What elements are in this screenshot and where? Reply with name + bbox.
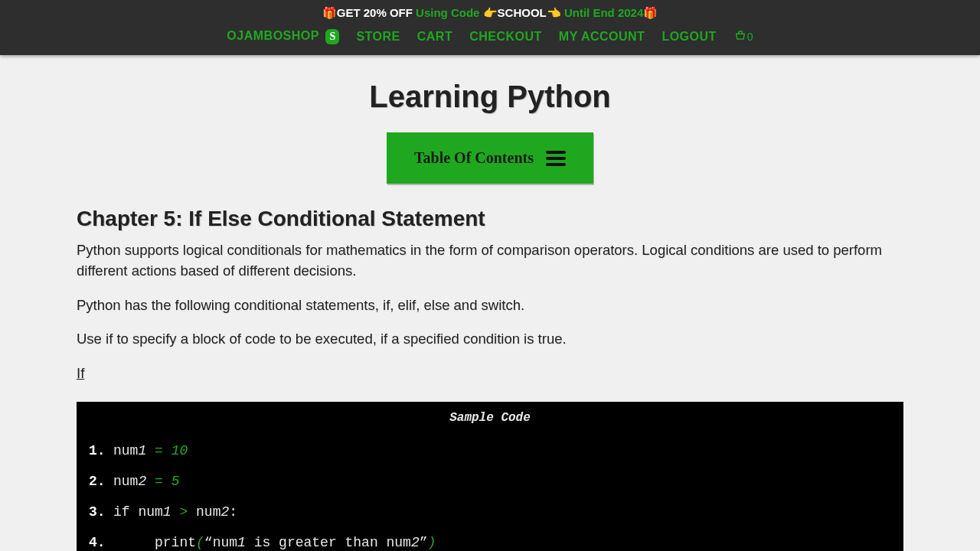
nav-checkout[interactable]: CHECKOUT (469, 30, 542, 44)
main-nav: OJAMBOSHOP S STORE CART CHECKOUT MY ACCO… (0, 23, 980, 55)
tok: 2 (411, 535, 420, 550)
tok: print (155, 535, 196, 550)
nav-my-account[interactable]: MY ACCOUNT (559, 30, 645, 44)
paragraph-3: Use if to specify a block of code to be … (77, 329, 903, 350)
code-line-number: 1. (89, 443, 113, 458)
promo-lead: GET 20% OFF (337, 6, 413, 19)
code-line-3: 3. if num1 > num2: (77, 497, 903, 527)
chapter-title: Chapter 5: If Else Conditional Statement (77, 207, 903, 231)
toc-label: Table Of Contents (414, 149, 534, 167)
code-line-1: 1. num1 = 10 (77, 435, 903, 466)
cart-icon (733, 30, 747, 44)
tok: num (113, 443, 138, 458)
tok: ( (196, 535, 204, 550)
toc-button[interactable]: Table Of Contents (387, 132, 593, 184)
tok: 10 (172, 443, 188, 458)
tok: = (146, 443, 171, 458)
tok: = (146, 474, 171, 489)
promo-mid: Using Code (413, 6, 483, 19)
tok: num (213, 535, 237, 550)
code-block: Sample Code 1. num1 = 10 2. num2 = 5 3. … (77, 402, 903, 551)
hand-left-icon: 👈 (547, 6, 561, 19)
tok: 1 (237, 535, 246, 550)
section-subhead-if: If (77, 365, 903, 382)
code-title: Sample Code (77, 411, 903, 425)
tok: > (172, 504, 196, 520)
tok: 1 (163, 504, 172, 520)
tok: 2 (138, 474, 146, 489)
tok: num (196, 504, 220, 520)
tok: 1 (138, 443, 146, 458)
promo-banner: 🎁GET 20% OFF Using Code 👉SCHOOL👈 Until E… (0, 0, 980, 23)
cart-count: 0 (747, 31, 753, 43)
code-line-number: 4. (89, 535, 113, 550)
code-line-4: 4. print(“num1 is greater than num2”) (77, 527, 903, 551)
brand-logo-icon: S (325, 29, 339, 44)
top-bar: 🎁GET 20% OFF Using Code 👉SCHOOL👈 Until E… (0, 0, 980, 55)
tok: is greater than num (246, 535, 411, 550)
brand-name: OJAMBOSHOP (227, 29, 319, 42)
code-line-number: 2. (89, 474, 113, 489)
tok: if num (113, 504, 163, 520)
nav-logout[interactable]: LOGOUT (662, 30, 716, 44)
cart-button[interactable]: 0 (733, 30, 753, 44)
promo-tail: Until End 2024 (561, 6, 644, 19)
tok: “ (204, 535, 213, 550)
tok (113, 535, 155, 550)
tok: : (229, 504, 237, 520)
tok: ) (428, 535, 436, 550)
hand-right-icon: 👉 (483, 6, 498, 19)
brand-link[interactable]: OJAMBOSHOP S (227, 29, 339, 44)
paragraph-1: Python supports logical conditionals for… (77, 240, 903, 282)
main-content: Learning Python Table Of Contents Chapte… (0, 55, 980, 551)
page-title: Learning Python (77, 80, 903, 114)
tok: 5 (172, 474, 180, 489)
gift-icon: 🎁 (322, 6, 337, 19)
tok: num (113, 474, 138, 489)
tok: ” (420, 535, 428, 550)
gift-icon: 🎁 (643, 6, 658, 19)
nav-store[interactable]: STORE (356, 30, 400, 44)
code-line-number: 3. (89, 504, 113, 520)
paragraph-2: Python has the following conditional sta… (77, 295, 903, 316)
promo-code: SCHOOL (498, 6, 547, 19)
hamburger-icon (546, 151, 566, 166)
tok: 2 (220, 504, 229, 520)
nav-cart[interactable]: CART (417, 30, 452, 44)
code-line-2: 2. num2 = 5 (77, 466, 903, 497)
